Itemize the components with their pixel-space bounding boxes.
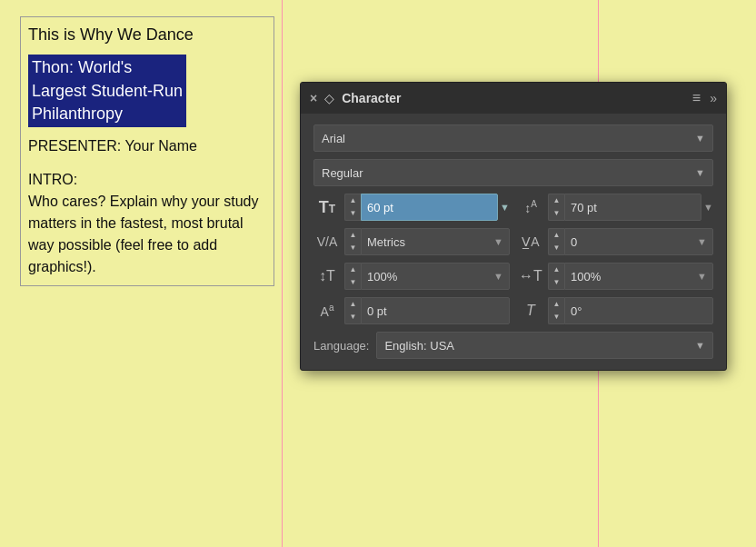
guide-line-1	[282, 0, 283, 547]
horizontal-scale-stepper[interactable]: ▲ ▼	[548, 263, 564, 290]
text-frame-presenter: PRESENTER: Your Name	[28, 136, 266, 156]
vertical-scale-up[interactable]: ▲	[345, 264, 361, 276]
panel-titlebar: × ◇ Character ≡ »	[301, 83, 726, 114]
font-size-field: ▲ ▼ 60 pt ▼	[344, 194, 510, 221]
leading-down[interactable]: ▼	[549, 207, 564, 220]
size-leading-row: TT ▲ ▼ 60 pt ▼	[313, 194, 713, 221]
kerning-arrow-icon: ▼	[493, 236, 503, 247]
tracking-icon: V̲A	[517, 234, 544, 249]
panel-title: Character	[342, 91, 401, 105]
text-frame-selected: Thon: World'sLargest Student-RunPhilanth…	[28, 55, 186, 127]
font-style-row: Regular ▼	[313, 159, 713, 186]
tracking-group: V̲A ▲ ▼ 0 ▼	[517, 228, 713, 255]
baseline-shift-icon: Aa	[313, 303, 341, 319]
font-name-row: Arial ▼	[313, 124, 713, 152]
font-size-input[interactable]: 60 pt	[361, 194, 498, 221]
horizontal-scale-icon: ↔T	[517, 268, 544, 284]
baseline-skew-row: Aa ▲ ▼ 0 pt T	[313, 297, 713, 324]
intro-body: Who cares? Explain why your study matter…	[28, 194, 258, 274]
panel-menu-button[interactable]: ≡	[692, 90, 701, 106]
leading-up[interactable]: ▲	[549, 194, 564, 207]
skew-down[interactable]: ▼	[549, 311, 564, 323]
horizontal-scale-arrow-icon: ▼	[697, 271, 707, 282]
vertical-scale-input[interactable]: 100% ▼	[361, 263, 510, 290]
skew-icon: T	[517, 303, 544, 319]
font-size-down[interactable]: ▼	[345, 207, 361, 220]
skew-group: T ▲ ▼ 0°	[517, 297, 713, 324]
vertical-scale-down[interactable]: ▼	[345, 276, 361, 289]
baseline-shift-stepper[interactable]: ▲ ▼	[344, 297, 361, 324]
panel-close-button[interactable]: ×	[310, 91, 317, 105]
font-style-value: Regular	[322, 166, 363, 180]
font-size-icon: TT	[313, 198, 341, 217]
baseline-shift-input[interactable]: 0 pt	[361, 297, 510, 324]
scale-row: ↕T ▲ ▼ 100% ▼	[313, 263, 713, 290]
kerning-tracking-row: V/A ▲ ▼ Metrics ▼	[313, 228, 713, 255]
vertical-scale-icon: ↕T	[313, 268, 341, 284]
font-name-dropdown[interactable]: Arial ▼	[313, 124, 713, 152]
canvas: This is Why We Dance Thon: World'sLarges…	[0, 0, 756, 547]
kerning-input[interactable]: Metrics ▼	[361, 228, 510, 255]
horizontal-scale-input[interactable]: 100% ▼	[564, 263, 713, 290]
panel-collapse-button[interactable]: »	[710, 91, 717, 105]
kerning-field: ▲ ▼ Metrics ▼	[344, 228, 510, 255]
tracking-field: ▲ ▼ 0 ▼	[548, 228, 713, 255]
font-size-stepper[interactable]: ▲ ▼	[344, 194, 361, 221]
leading-input[interactable]: 70 pt	[564, 194, 701, 221]
skew-input[interactable]: 0°	[564, 297, 713, 324]
font-name-value: Arial	[322, 132, 345, 145]
titlebar-left: × ◇ Character	[310, 91, 402, 105]
leading-dropdown-arrow[interactable]: ▼	[703, 202, 713, 213]
font-name-arrow-icon: ▼	[695, 133, 705, 144]
horizontal-scale-group: ↔T ▲ ▼ 100% ▼	[517, 263, 713, 290]
tracking-down[interactable]: ▼	[549, 242, 564, 254]
leading-stepper[interactable]: ▲ ▼	[548, 194, 564, 221]
font-style-dropdown[interactable]: Regular ▼	[313, 159, 713, 186]
skew-up[interactable]: ▲	[549, 298, 564, 311]
text-frame[interactable]: This is Why We Dance Thon: World'sLarges…	[20, 16, 274, 286]
font-size-dropdown-arrow[interactable]: ▼	[500, 202, 510, 213]
kerning-up[interactable]: ▲	[345, 229, 361, 242]
language-label: Language:	[313, 339, 369, 353]
tracking-stepper[interactable]: ▲ ▼	[548, 228, 564, 255]
tracking-input[interactable]: 0 ▼	[564, 228, 713, 255]
kerning-stepper[interactable]: ▲ ▼	[344, 228, 361, 255]
kerning-icon: V/A	[313, 234, 341, 249]
tracking-up[interactable]: ▲	[549, 229, 564, 242]
panel-body: Arial ▼ Regular ▼ TT	[301, 114, 726, 370]
kerning-down[interactable]: ▼	[345, 242, 361, 254]
horizontal-scale-field: ▲ ▼ 100% ▼	[548, 263, 713, 290]
horizontal-scale-down[interactable]: ▼	[549, 276, 564, 289]
vertical-scale-arrow-icon: ▼	[493, 271, 503, 282]
language-value: English: USA	[384, 339, 454, 353]
character-panel: × ◇ Character ≡ » Arial ▼ Regular	[300, 82, 727, 371]
leading-group: ↕A ▲ ▼ 70 pt ▼	[517, 194, 713, 221]
kerning-group: V/A ▲ ▼ Metrics ▼	[313, 228, 510, 255]
font-size-up[interactable]: ▲	[345, 194, 361, 207]
text-frame-title: This is Why We Dance	[28, 25, 266, 45]
baseline-shift-up[interactable]: ▲	[345, 298, 361, 311]
vertical-scale-field: ▲ ▼ 100% ▼	[344, 263, 510, 290]
leading-field: ▲ ▼ 70 pt ▼	[548, 194, 713, 221]
panel-diamond-icon: ◇	[324, 91, 334, 105]
language-row: Language: English: USA ▼	[313, 332, 713, 359]
baseline-shift-down[interactable]: ▼	[345, 311, 361, 323]
text-frame-intro: INTRO: Who cares? Explain why your study…	[28, 169, 266, 278]
horizontal-scale-up[interactable]: ▲	[549, 264, 564, 276]
font-size-group: TT ▲ ▼ 60 pt ▼	[313, 194, 510, 221]
font-style-arrow-icon: ▼	[695, 167, 705, 178]
baseline-shift-group: Aa ▲ ▼ 0 pt	[313, 297, 510, 324]
vertical-scale-stepper[interactable]: ▲ ▼	[344, 263, 361, 290]
language-dropdown[interactable]: English: USA ▼	[376, 332, 713, 359]
vertical-scale-group: ↕T ▲ ▼ 100% ▼	[313, 263, 510, 290]
leading-icon: ↕A	[517, 199, 544, 215]
tracking-arrow-icon: ▼	[697, 236, 707, 247]
language-arrow-icon: ▼	[695, 340, 705, 351]
skew-stepper[interactable]: ▲ ▼	[548, 297, 564, 324]
intro-label: INTRO:	[28, 172, 77, 187]
titlebar-right: ≡ »	[692, 90, 717, 106]
baseline-shift-field: ▲ ▼ 0 pt	[344, 297, 510, 324]
skew-field: ▲ ▼ 0°	[548, 297, 713, 324]
